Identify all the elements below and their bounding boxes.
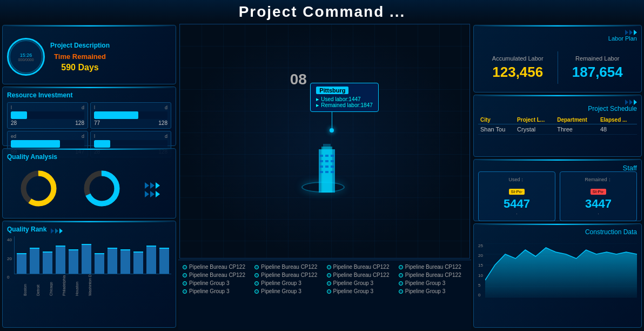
svg-rect-8 — [325, 155, 328, 157]
donut-chart-yellow — [18, 168, 59, 211]
schedule-city: Shan Tou — [478, 124, 515, 135]
quality-rank-title: Quality Rank — [7, 226, 46, 233]
center-panel: 08 Pittsburg Used labor:1447 Remained la… — [178, 23, 471, 330]
pipeline-item: Pipeline Group 3 — [182, 288, 252, 295]
staff-used-tag: St·Po· — [509, 189, 525, 195]
gauge-time: 15:26 — [18, 52, 33, 58]
pipeline-item: Pipeline Group 3 — [398, 280, 468, 287]
bar-chart-y-labels: 40 20 0 — [7, 236, 12, 280]
page-header: Project Command ... — [0, 0, 644, 23]
staff-remained-tag: St·Po· — [591, 189, 607, 195]
pipeline-list: Pipeline Bureau CP122 Pipeline Bureau CP… — [178, 260, 471, 330]
quality-rank-box: Quality Rank 40 20 0 — [2, 221, 176, 328]
staff-box: Staff Used： St·Po· 5447 · Remained： St·P… — [473, 159, 642, 221]
city-name: Pittsburg — [316, 87, 348, 94]
staff-remained-card: Remained： St·Po· 3447 · — [560, 171, 637, 221]
schedule-row: Shan Tou Crystal Three 48 — [478, 124, 637, 135]
schedule-col-elapsed: Elapsed ... — [598, 116, 637, 124]
staff-remained-value: 3447 — [565, 197, 632, 211]
map-number: 08 — [290, 71, 307, 88]
construction-title: Construction Data — [585, 228, 637, 236]
svg-rect-6 — [323, 144, 331, 193]
schedule-elapsed: 48 — [598, 124, 637, 135]
construction-data-box: Construction Data 25 20 15 10 5 0 — [473, 223, 642, 328]
circular-gauge: 15:26 000/0000 — [7, 38, 45, 76]
pipeline-item: Pipeline Bureau CP122 — [182, 272, 252, 279]
pipeline-col-4: Pipeline Bureau CP122 Pipeline Bureau CP… — [398, 263, 468, 327]
staff-used-card: Used： St·Po· 5447 · — [478, 171, 555, 221]
staff-used-sub: · — [483, 211, 551, 216]
pipeline-item: Pipeline Bureau CP122 — [182, 263, 252, 270]
staff-title: Staff — [622, 164, 637, 172]
schedule-col-dept: Department — [555, 116, 598, 124]
schedule-table: City Project L... Department Elapsed ...… — [478, 116, 637, 135]
svg-rect-9 — [331, 155, 334, 157]
donut-chart-cyan — [82, 168, 122, 211]
res-label-left: l — [11, 105, 12, 110]
remained-labor-label: Remained Labor — [558, 55, 638, 62]
project-desc-title: Project Description — [50, 42, 110, 49]
left-panel: 15:26 000/0000 Project Description Time … — [0, 23, 178, 330]
pipeline-item: Pipeline Group 3 — [253, 288, 324, 295]
project-schedule-box: Project Schedule City Project L... Depar… — [473, 95, 642, 157]
resource-item-1: l d 28128 — [7, 102, 88, 129]
resource-title: Resource Investment — [7, 91, 171, 99]
svg-rect-11 — [325, 160, 328, 162]
svg-rect-14 — [325, 166, 328, 168]
staff-used-label: Used： — [483, 176, 551, 183]
construction-chart — [485, 243, 637, 297]
schedule-dept: Three — [555, 124, 598, 135]
pipeline-item: Pipeline Bureau CP122 — [253, 263, 324, 270]
staff-used-value: 5447 — [483, 197, 551, 211]
remained-labor-section: Remained Labor 187,654 — [558, 55, 638, 81]
map-area: 08 Pittsburg Used labor:1447 Remained la… — [179, 24, 470, 259]
pipeline-item: Pipeline Group 3 — [253, 280, 324, 287]
quality-arrows — [145, 182, 160, 197]
time-remained-label: Time Remained — [50, 52, 110, 61]
pipeline-col-2: Pipeline Bureau CP122 Pipeline Bureau CP… — [253, 263, 324, 327]
remained-labor-value: 187,654 — [558, 64, 638, 81]
city-popup: Pittsburg Used labor:1447 Remained labor… — [310, 83, 379, 112]
pipeline-item: Pipeline Group 3 — [398, 288, 468, 295]
right-panel: Labor Plan Accumulated Labor 123,456 Rem… — [471, 23, 644, 330]
pipeline-item: Pipeline Bureau CP122 — [398, 272, 468, 279]
labor-plan-label: Labor Plan — [608, 35, 637, 42]
quality-analysis-box: Quality Analysis — [2, 148, 176, 219]
svg-rect-13 — [320, 166, 323, 168]
pipeline-item: Pipeline Group 3 — [326, 280, 396, 287]
pipeline-col-3: Pipeline Bureau CP122 Pipeline Bureau CP… — [326, 263, 396, 327]
resource-investment-box: Resource Investment l d 28128 l d — [2, 87, 176, 146]
gauge-sub: 000/0000 — [18, 58, 33, 62]
pipeline-item: Pipeline Bureau CP122 — [253, 272, 324, 279]
svg-rect-18 — [331, 171, 334, 173]
svg-rect-10 — [320, 160, 323, 162]
svg-rect-17 — [325, 171, 328, 173]
project-description-box: 15:26 000/0000 Project Description Time … — [2, 25, 176, 84]
pipeline-col-1: Pipeline Bureau CP122 Pipeline Bureau CP… — [182, 263, 252, 327]
page-title: Project Command ... — [239, 3, 406, 20]
city-marker: Pittsburg Used labor:1447 Remained labor… — [310, 83, 379, 133]
schedule-title: Project Schedule — [588, 105, 637, 112]
staff-remained-label: Remained： — [565, 176, 632, 183]
pipeline-item: Pipeline Bureau CP122 — [398, 263, 468, 270]
accumulated-labor-section: Accumulated Labor 123,456 — [478, 55, 558, 81]
res-label-right: d — [82, 105, 84, 110]
pipeline-item: Pipeline Group 3 — [326, 288, 396, 295]
pipeline-item: Pipeline Group 3 — [182, 280, 252, 287]
used-labor-stat: Used labor:1447 — [316, 96, 373, 102]
pipeline-item: Pipeline Bureau CP122 — [326, 263, 396, 270]
labor-box: Labor Plan Accumulated Labor 123,456 Rem… — [473, 25, 642, 92]
building-icon — [313, 144, 340, 193]
pipeline-item: Pipeline Bureau CP122 — [326, 272, 396, 279]
svg-rect-15 — [331, 166, 334, 168]
svg-rect-7 — [320, 155, 323, 157]
svg-rect-16 — [320, 171, 323, 173]
staff-remained-sub: · — [565, 211, 632, 216]
remained-labor-stat: Remained labor:1847 — [316, 102, 373, 108]
schedule-col-city: City — [478, 116, 515, 124]
accumulated-label: Accumulated Labor — [478, 55, 558, 62]
quality-title: Quality Analysis — [7, 153, 171, 161]
resource-item-2: l d 77128 — [90, 102, 171, 129]
schedule-project: Crystal — [515, 124, 555, 135]
days-value: 590 Days — [50, 63, 110, 72]
